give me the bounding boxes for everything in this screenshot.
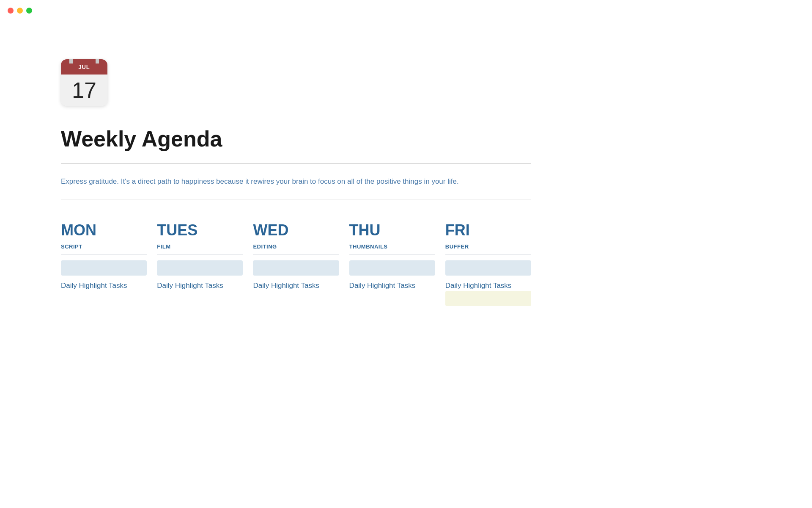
close-button[interactable] [8,8,14,14]
task-card-thu [349,260,435,276]
day-column-tues: TUES FILM Daily Highlight Tasks [157,221,253,306]
calendar-month: JUL [78,64,90,70]
main-content: JUL 17 Weekly Agenda Express gratitude. … [0,0,592,331]
days-grid: MON SCRIPT Daily Highlight Tasks TUES FI… [61,221,531,306]
task-card-fri [445,260,531,276]
task-card-title-fri[interactable]: Daily Highlight Tasks [445,281,531,291]
day-column-mon: MON SCRIPT Daily Highlight Tasks [61,221,157,306]
quote-text: Express gratitude. It's a direct path to… [61,176,526,187]
calendar-icon: JUL 17 [61,59,107,106]
day-name-tues: TUES [157,221,243,239]
task-card-mon [61,260,147,276]
day-task-wed: EDITING [253,243,339,250]
task-divider-wed [253,254,339,254]
day-task-mon: SCRIPT [61,243,147,250]
day-name-thu: THU [349,221,435,239]
task-divider-tues [157,254,243,254]
day-name-mon: MON [61,221,147,239]
day-task-tues: FILM [157,243,243,250]
task-card-title-mon[interactable]: Daily Highlight Tasks [61,281,147,291]
task-card-wed [253,260,339,276]
day-task-fri: BUFFER [445,243,531,250]
page-title: Weekly Agenda [61,126,531,152]
day-task-thu: THUMBNAILS [349,243,435,250]
bottom-divider [61,199,531,199]
day-column-wed: WED EDITING Daily Highlight Tasks [253,221,349,306]
day-column-thu: THU THUMBNAILS Daily Highlight Tasks [349,221,445,306]
traffic-lights [8,8,32,14]
top-divider [61,163,531,164]
day-name-fri: FRI [445,221,531,239]
calendar-header: JUL [61,59,107,75]
task-card-tues [157,260,243,276]
task-card-title-thu[interactable]: Daily Highlight Tasks [349,281,435,291]
task-card-title-tues[interactable]: Daily Highlight Tasks [157,281,243,291]
task-divider-mon [61,254,147,254]
minimize-button[interactable] [17,8,23,14]
task-card-title-wed[interactable]: Daily Highlight Tasks [253,281,339,291]
day-name-wed: WED [253,221,339,239]
task-divider-thu [349,254,435,254]
fri-bottom-card [445,291,531,306]
calendar-body: 17 [61,75,107,106]
task-divider-fri [445,254,531,254]
day-column-fri: FRI BUFFER Daily Highlight Tasks [445,221,531,306]
calendar-day: 17 [72,79,96,101]
maximize-button[interactable] [26,8,32,14]
